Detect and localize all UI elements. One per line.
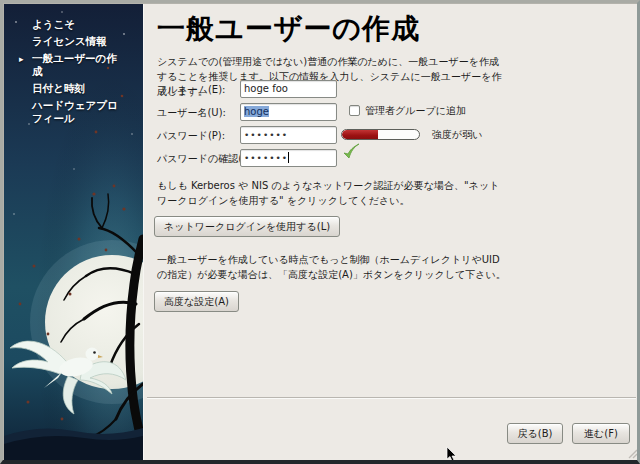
password-strength-label: 強度が弱い [432,128,482,142]
step-license[interactable]: ▸ ライセンス情報 [4,33,132,50]
fullname-label: フルネーム(E): [157,83,225,97]
footer-separator [147,397,636,399]
mouse-cursor-icon [446,447,458,463]
username-input[interactable]: hoge [240,103,337,121]
main-panel: 一般ユーザーの作成 システムでの(管理用途ではない)普通の作業のために、一般ユー… [143,4,639,460]
advanced-settings-button[interactable]: 高度な設定(A) [154,291,239,312]
password-strength-meter [341,129,420,140]
password-input[interactable]: ••••••• [240,126,337,144]
forward-button[interactable]: 進む(F) [572,423,630,444]
advanced-settings-text: 一般ユーザーを作成している時点でもっと制御（ホームディレクトリやUIDの指定）が… [157,252,509,282]
password-label: パスワード(P): [157,129,225,143]
password-strength-fill [342,130,378,139]
admin-group-checkbox[interactable] [349,105,360,116]
step-welcome[interactable]: ▸ ようこそ [4,16,132,33]
step-create-user[interactable]: ▸ 一般ユーザーの作成 [4,50,132,80]
username-label: ユーザー名(U): [157,106,226,120]
confirm-password-input[interactable]: ••••••• [240,149,337,167]
page-title: 一般ユーザーの作成 [157,10,420,48]
setup-steps: ▸ ようこそ ▸ ライセンス情報 ▸ 一般ユーザーの作成 ▸ 日付と時刻 ▸ ハ… [4,16,143,127]
back-button[interactable]: 戻る(B) [507,423,563,444]
sidebar: ▸ ようこそ ▸ ライセンス情報 ▸ 一般ユーザーの作成 ▸ 日付と時刻 ▸ ハ… [4,4,143,460]
step-date-time[interactable]: ▸ 日付と時刻 [4,80,132,97]
text-caret [288,152,289,163]
fullname-input[interactable]: hoge foo [240,80,337,98]
use-network-login-button[interactable]: ネットワークログインを使用する(L) [154,216,340,237]
password-match-check-icon [341,142,361,162]
firstboot-window: ▸ ようこそ ▸ ライセンス情報 ▸ 一般ユーザーの作成 ▸ 日付と時刻 ▸ ハ… [0,0,640,464]
network-login-text: もしも Kerberos や NIS のようなネットワーク認証が必要な場合、"ネ… [157,178,505,208]
step-hardware-profile[interactable]: ▸ ハードウェアプロフィール [4,97,132,127]
resize-grip[interactable] [626,447,638,459]
selected-text: hoge [244,106,269,117]
current-step-arrow-icon: ▸ [19,53,24,66]
admin-group-label: 管理者グループに追加 [365,104,466,118]
